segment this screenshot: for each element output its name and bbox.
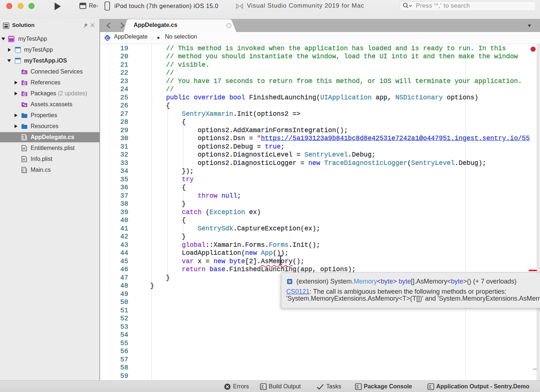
svg-text:{}: {}: [22, 136, 26, 140]
svg-text:C: C: [106, 36, 109, 40]
svg-text:{}: {}: [22, 169, 26, 173]
